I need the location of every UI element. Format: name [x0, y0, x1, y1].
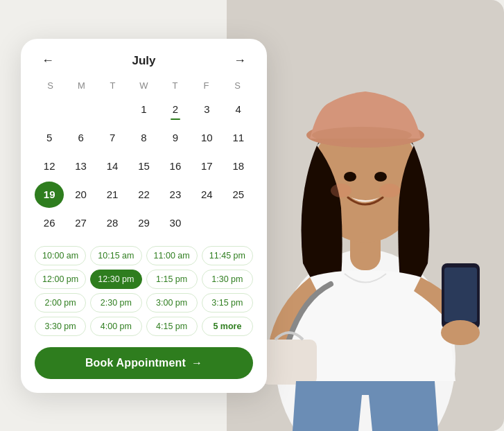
time-slot[interactable]: 3:00 pm: [146, 293, 198, 313]
day-header: M: [66, 79, 97, 92]
time-slot[interactable]: 10:00 am: [35, 246, 86, 265]
date-cell[interactable]: 9: [161, 125, 190, 151]
day-headers: SMTWTFS: [35, 79, 253, 92]
date-cell: [35, 96, 64, 123]
date-cell[interactable]: 30: [161, 210, 190, 236]
svg-point-9: [379, 184, 400, 197]
date-cell[interactable]: 29: [129, 210, 158, 236]
date-cell[interactable]: 7: [98, 125, 127, 151]
svg-point-7: [374, 172, 387, 182]
date-cell[interactable]: 2: [161, 96, 190, 123]
date-cell[interactable]: 27: [66, 210, 95, 236]
time-slot[interactable]: 3:15 pm: [202, 293, 253, 313]
svg-rect-11: [444, 267, 477, 322]
svg-point-6: [344, 172, 356, 182]
date-cell[interactable]: 24: [192, 182, 221, 208]
date-cell[interactable]: 1: [129, 96, 158, 123]
date-cell: [66, 96, 95, 123]
time-slot[interactable]: 4:15 pm: [146, 317, 198, 336]
date-cell[interactable]: 13: [66, 153, 95, 179]
month-label: July: [132, 54, 155, 68]
date-grid: 1234567891011121314151617181920212223242…: [35, 96, 253, 236]
calendar-header: ← July →: [35, 54, 253, 68]
date-cell[interactable]: 18: [224, 153, 253, 179]
date-cell[interactable]: 23: [161, 182, 190, 208]
person-image: [227, 0, 504, 431]
time-slot[interactable]: 12:00 pm: [35, 270, 86, 289]
date-cell[interactable]: 17: [192, 153, 221, 179]
date-cell: [192, 210, 221, 236]
time-slot[interactable]: 4:00 pm: [90, 317, 141, 336]
time-slots-grid: 10:00 am10:15 am11:00 am11:45 pm12:00 pm…: [35, 246, 253, 336]
day-header: S: [35, 79, 66, 92]
time-slot[interactable]: 3:30 pm: [35, 317, 86, 336]
time-slot[interactable]: 2:00 pm: [35, 293, 86, 313]
next-month-button[interactable]: →: [227, 52, 253, 69]
time-slot[interactable]: 1:30 pm: [202, 270, 253, 289]
date-cell[interactable]: 10: [192, 125, 221, 151]
time-slot[interactable]: 1:15 pm: [146, 270, 198, 289]
prev-month-button[interactable]: ←: [35, 52, 61, 69]
svg-rect-13: [261, 340, 317, 385]
date-cell[interactable]: 21: [98, 182, 127, 208]
date-cell[interactable]: 11: [224, 125, 253, 151]
day-header: S: [222, 79, 253, 92]
date-cell[interactable]: 26: [35, 210, 64, 236]
date-cell[interactable]: 5: [35, 125, 64, 151]
time-slot[interactable]: 11:45 pm: [202, 246, 253, 265]
calendar-card: ← July → SMTWTFS 12345678910111213141516…: [21, 39, 267, 393]
date-cell[interactable]: 3: [192, 96, 221, 123]
date-cell[interactable]: 4: [224, 96, 253, 123]
date-cell[interactable]: 28: [98, 210, 127, 236]
time-slot[interactable]: 5 more: [202, 317, 253, 336]
time-slot[interactable]: 12:30 pm: [90, 270, 141, 289]
date-cell[interactable]: 8: [129, 125, 158, 151]
date-cell[interactable]: 19: [35, 182, 64, 208]
date-cell: [224, 210, 253, 236]
date-cell[interactable]: 16: [161, 153, 190, 179]
calendar-grid: SMTWTFS 12345678910111213141516171819202…: [35, 79, 253, 236]
time-slot[interactable]: 10:15 am: [90, 246, 141, 265]
date-cell[interactable]: 25: [224, 182, 253, 208]
time-slot[interactable]: 2:30 pm: [90, 293, 141, 313]
date-cell[interactable]: 6: [66, 125, 95, 151]
time-slot[interactable]: 11:00 am: [146, 246, 198, 265]
date-cell[interactable]: 22: [129, 182, 158, 208]
svg-point-5: [312, 127, 412, 143]
day-header: T: [97, 79, 128, 92]
date-cell[interactable]: 14: [98, 153, 127, 179]
date-cell: [98, 96, 127, 123]
date-cell[interactable]: 12: [35, 153, 64, 179]
day-header: W: [128, 79, 159, 92]
svg-point-8: [331, 184, 351, 197]
book-appointment-button[interactable]: Book Appointment →: [35, 347, 253, 379]
day-header: F: [191, 79, 222, 92]
app-container: ← July → SMTWTFS 12345678910111213141516…: [0, 0, 504, 431]
book-btn-arrow: →: [191, 357, 202, 369]
date-cell[interactable]: 20: [66, 182, 95, 208]
book-btn-label: Book Appointment: [85, 357, 186, 369]
svg-point-12: [441, 320, 480, 345]
day-header: T: [159, 79, 191, 92]
date-cell[interactable]: 15: [129, 153, 158, 179]
